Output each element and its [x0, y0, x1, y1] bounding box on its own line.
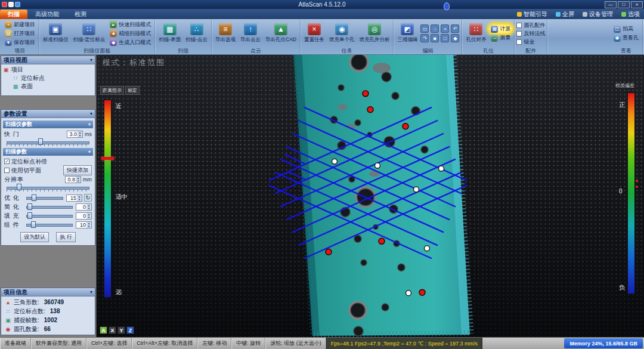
round-hole-fitting-check[interactable]: 圆孔配件: [516, 21, 545, 29]
params-header[interactable]: 参数设置 ▾: [1, 110, 95, 118]
redo-icon[interactable]: ↷: [420, 34, 429, 42]
hole[interactable]: [398, 264, 405, 271]
spinner-arrows-icon[interactable]: ▴▾: [86, 204, 91, 210]
target-marker-white[interactable]: [414, 187, 419, 192]
target-marker-red[interactable]: [367, 107, 373, 113]
hole[interactable]: [355, 120, 361, 126]
info-header[interactable]: 项目信息 ▾: [1, 288, 95, 297]
collapse-icon[interactable]: ▾: [90, 57, 92, 63]
component-value[interactable]: 10▴▾: [76, 221, 92, 228]
target-marker-white[interactable]: [406, 291, 411, 296]
hole[interactable]: [354, 326, 363, 336]
simplify-value[interactable]: 0▴▾: [76, 203, 92, 211]
tree-item-surface[interactable]: ▦ 表面: [3, 82, 93, 91]
tree-item-project[interactable]: ▣ 项目: [3, 66, 93, 74]
axis-button-a[interactable]: A: [100, 326, 107, 334]
fill-holes-analyze-button[interactable]: ◎填充孔并分析: [357, 23, 391, 44]
resolution-value[interactable]: 0.8 ▴▾: [65, 176, 81, 183]
target-marker-red[interactable]: [326, 249, 332, 255]
resolution-slider[interactable]: [7, 184, 89, 192]
slider-thumb[interactable]: [27, 212, 32, 219]
hole[interactable]: [392, 92, 399, 100]
target-marker-white[interactable]: [332, 159, 338, 164]
scan-surface-button[interactable]: ▦扫描-表面: [157, 23, 182, 44]
scan-targets-button[interactable]: ∷扫描-定位标点: [72, 23, 107, 44]
collapse-icon[interactable]: ▾: [90, 289, 92, 295]
target-marker-red[interactable]: [379, 238, 385, 244]
fine-scan-mode-button[interactable]: ★精细扫描模式: [108, 29, 153, 38]
fill-region-icon[interactable]: ■: [431, 34, 439, 42]
component-slider[interactable]: [26, 221, 73, 228]
target-compensation-checkbox[interactable]: ✓: [4, 159, 10, 164]
select-rect-icon[interactable]: ▭: [420, 24, 429, 33]
hole[interactable]: [338, 85, 344, 91]
close-button[interactable]: ×: [631, 1, 643, 8]
hole[interactable]: [351, 303, 365, 317]
project-view-header[interactable]: 项目视图 ▾: [1, 56, 95, 64]
hole[interactable]: [351, 55, 367, 70]
axis-button-z[interactable]: Z: [126, 326, 134, 334]
spinner-arrows-icon[interactable]: ▴▾: [76, 177, 80, 183]
maximize-button[interactable]: □: [618, 1, 630, 8]
tab-2[interactable]: 检测: [67, 9, 94, 19]
smooth-icon[interactable]: ◆: [451, 34, 459, 42]
tabbar-item-1[interactable]: 全屏: [552, 9, 578, 19]
compute-button[interactable]: ▦计算: [489, 24, 512, 33]
spinner-arrows-icon[interactable]: ▴▾: [86, 222, 91, 228]
slider-thumb[interactable]: [32, 194, 36, 201]
spinner-arrows-icon[interactable]: ▴▾: [78, 131, 82, 137]
delete-selection-icon[interactable]: ×: [441, 24, 449, 33]
fill-value[interactable]: 0▴▾: [76, 212, 92, 220]
collapse-icon[interactable]: ▾: [88, 149, 91, 155]
slider-thumb[interactable]: [17, 184, 21, 190]
axis-button-y[interactable]: Y: [117, 326, 125, 334]
cut-plane-checkbox[interactable]: [4, 168, 10, 173]
export-pointcloud-button[interactable]: ↑导出点云: [239, 23, 262, 44]
hole[interactable]: [421, 146, 428, 153]
hole[interactable]: [382, 72, 391, 82]
target-marker-white[interactable]: [375, 163, 380, 168]
scanner-params-section[interactable]: 扫描仪参数 ▾: [3, 121, 93, 128]
optimize-slider[interactable]: [26, 194, 63, 201]
scan-params-section[interactable]: 扫描参数 ▾: [3, 148, 93, 156]
collapse-icon[interactable]: ▾: [90, 111, 92, 116]
reset-task-button[interactable]: ×重置任务: [302, 23, 326, 44]
scan-pointcloud-button[interactable]: ∴扫描-点云: [184, 23, 209, 44]
simplify-slider[interactable]: [26, 203, 73, 210]
calibrate-button[interactable]: 标定: [125, 86, 140, 95]
fast-scan-mode-button[interactable]: ▸快速扫描模式: [108, 20, 153, 29]
undo-icon[interactable]: ↶: [451, 24, 459, 33]
run-button[interactable]: 执 行: [56, 232, 76, 242]
standard-scanner-button[interactable]: ▣标准扫描仪: [41, 23, 70, 44]
hole[interactable]: [361, 260, 367, 265]
export-holes-cad-button[interactable]: ▲导出孔位CAD: [264, 23, 298, 44]
hole[interactable]: [382, 304, 389, 311]
view-holes-button[interactable]: ◉查看孔: [612, 33, 640, 42]
clear-region-icon[interactable]: □: [441, 34, 449, 42]
fill-slider[interactable]: [26, 212, 73, 219]
save-project-button[interactable]: ▼保存项目: [3, 38, 37, 47]
target-marker-white[interactable]: [425, 246, 430, 251]
measure-button[interactable]: ↔测量: [489, 33, 512, 42]
refresh-icon[interactable]: ↻: [84, 194, 92, 202]
entry-mode-button[interactable]: ◆生成入口模式: [108, 38, 153, 47]
slider-thumb[interactable]: [38, 138, 43, 145]
slider-thumb[interactable]: [31, 221, 36, 228]
target-marker-red[interactable]: [419, 289, 425, 295]
target-marker-red[interactable]: [363, 91, 369, 97]
height-shot-button[interactable]: ◫拍高: [612, 24, 640, 33]
edit-3d-button[interactable]: ◩三维编辑: [395, 23, 419, 44]
flip-normals-check[interactable]: 反转法线: [516, 29, 545, 38]
shutter-value[interactable]: 3.0 ▴▾: [67, 131, 83, 138]
spinner-arrows-icon[interactable]: ▴▾: [86, 213, 91, 219]
collapse-icon[interactable]: ▾: [88, 122, 91, 127]
target-marker-white[interactable]: [439, 166, 444, 171]
tabbar-item-3[interactable]: 选项: [617, 9, 644, 19]
shutter-slider[interactable]: [7, 138, 89, 146]
open-project-button[interactable]: ▤打开项目: [3, 29, 37, 38]
hole[interactable]: [354, 235, 361, 242]
spinner-arrows-icon[interactable]: ▴▾: [77, 195, 82, 201]
distance-indicator-button[interactable]: 距离指示: [100, 86, 124, 95]
tabbar-item-2[interactable]: 设备管理: [578, 9, 617, 19]
new-project-button[interactable]: +新建项目: [3, 20, 37, 29]
